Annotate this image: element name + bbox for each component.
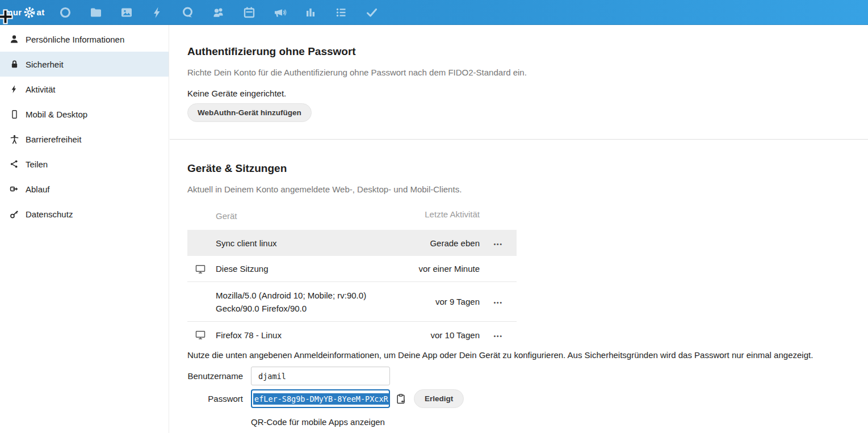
analytics-icon[interactable]	[295, 0, 326, 25]
row-more-menu-icon[interactable]: •••	[493, 241, 502, 247]
talk-icon[interactable]	[173, 0, 203, 25]
gear-logo-icon	[23, 6, 36, 19]
sidebar-item-label: Ablauf	[26, 184, 50, 194]
sidebar-item-label: Barrierefreiheit	[26, 134, 81, 144]
user-icon	[9, 33, 20, 45]
password-label: Passwort	[187, 394, 243, 403]
section-description: Richte Dein Konto für die Authentifizier…	[187, 68, 850, 77]
flow-icon	[9, 183, 20, 195]
announcements-icon[interactable]	[265, 0, 295, 25]
show-qr-code-link[interactable]: QR-Code für mobile Apps anzeigen	[251, 417, 385, 427]
files-icon[interactable]	[81, 0, 111, 25]
sidebar-item-flow[interactable]: Ablauf	[0, 176, 169, 201]
done-button[interactable]: Erledigt	[414, 389, 464, 408]
last-activity: vor einer Minute	[403, 264, 480, 274]
share-icon	[9, 158, 20, 170]
top-navigation-bar: mur at	[0, 0, 868, 25]
app-navigation	[50, 0, 387, 25]
desktop-icon	[187, 329, 216, 340]
row-more-menu-icon[interactable]: •••	[493, 333, 502, 339]
passwordless-auth-section: Authentifizierung ohne Passwort Richte D…	[170, 25, 868, 139]
sessions-table: Gerät Letzte Aktivität Sync client linux…	[187, 209, 517, 348]
column-header-device: Gerät	[216, 209, 403, 222]
sidebar-item-security[interactable]: Sicherheit	[0, 52, 169, 77]
desktop-icon	[187, 263, 216, 275]
sidebar-item-activity[interactable]: Aktivität	[0, 77, 169, 102]
bolt-icon	[9, 83, 20, 95]
no-devices-text: Keine Geräte eingerichtet.	[187, 89, 850, 98]
sidebar-item-label: Aktivität	[26, 85, 56, 94]
username-label: Benutzername	[187, 371, 243, 381]
sidebar-item-mobile-desktop[interactable]: Mobil & Desktop	[0, 102, 169, 127]
logo-text-right: at	[37, 7, 45, 17]
device-name: Sync client linux	[216, 237, 403, 250]
table-row-firefox-linux: Firefox 78 - Linux vor 10 Tagen •••	[187, 322, 517, 348]
settings-sidebar: Persönliche Informationen Sicherheit Akt…	[0, 25, 169, 433]
table-row-this-session: Diese Sitzung vor einer Minute	[187, 256, 517, 282]
sidebar-item-personal-info[interactable]: Persönliche Informationen	[0, 27, 169, 52]
phone-icon	[9, 108, 20, 120]
device-name: Firefox 78 - Linux	[216, 329, 403, 342]
security-settings-content: Authentifizierung ohne Passwort Richte D…	[170, 25, 868, 433]
accessibility-icon	[9, 133, 20, 145]
app-credentials-form: Benutzername Passwort efLer-S8g9b-DMyYB-…	[187, 367, 850, 427]
table-row-mozilla-android: Mozilla/5.0 (Android 10; Mobile; rv:90.0…	[187, 282, 517, 322]
last-activity: vor 10 Tagen	[403, 330, 480, 340]
contacts-icon[interactable]	[203, 0, 234, 25]
calendar-icon[interactable]	[234, 0, 265, 25]
credentials-note: Nutze die unten angebenen Anmeldeinforma…	[187, 350, 850, 360]
devices-sessions-section: Geräte & Sitzungen Aktuell in Deinem Kon…	[170, 140, 868, 427]
sidebar-item-label: Sicherheit	[26, 60, 64, 69]
checks-icon[interactable]	[357, 0, 387, 25]
section-description: Aktuell in Deinem Konto angemeldete Web-…	[187, 184, 850, 194]
sidebar-item-accessibility[interactable]: Barrierefreiheit	[0, 127, 169, 152]
section-title: Authentifizierung ohne Passwort	[187, 45, 850, 58]
row-more-menu-icon[interactable]: •••	[493, 299, 502, 306]
add-webauthn-device-button[interactable]: WebAuthn-Gerät hinzufügen	[187, 103, 312, 122]
table-row-sync-client: Sync client linux Gerade eben •••	[187, 230, 517, 256]
tasks-list-icon[interactable]	[326, 0, 357, 25]
sidebar-item-label: Persönliche Informationen	[26, 35, 124, 44]
lock-icon	[9, 58, 20, 70]
activity-icon[interactable]	[142, 0, 173, 25]
sidebar-item-sharing[interactable]: Teilen	[0, 152, 169, 176]
key-icon	[9, 208, 20, 220]
photos-icon[interactable]	[111, 0, 142, 25]
password-selected-text: efLer-S8g9b-DMyYB-8YeeM-PXcxR	[253, 393, 389, 405]
sidebar-item-label: Teilen	[26, 159, 48, 169]
sidebar-item-label: Datenschutz	[26, 209, 73, 219]
last-activity: vor 9 Tagen	[403, 297, 480, 306]
device-name: Mozilla/5.0 (Android 10; Mobile; rv:90.0…	[216, 289, 403, 315]
password-field[interactable]: efLer-S8g9b-DMyYB-8YeeM-PXcxR	[251, 389, 390, 408]
logo-text-left: mur	[5, 7, 22, 17]
section-title: Geräte & Sitzungen	[187, 162, 850, 175]
device-name: Diese Sitzung	[216, 262, 403, 275]
sessions-table-header: Gerät Letzte Aktivität	[187, 209, 517, 230]
sidebar-item-privacy[interactable]: Datenschutz	[0, 201, 169, 226]
column-header-last-activity: Letzte Aktivität	[403, 209, 480, 219]
dashboard-icon[interactable]	[50, 0, 81, 25]
clipboard-copy-icon[interactable]	[395, 393, 406, 405]
sidebar-item-label: Mobil & Desktop	[26, 110, 87, 119]
username-field[interactable]	[251, 367, 390, 385]
last-activity: Gerade eben	[403, 238, 480, 248]
app-logo[interactable]: mur at	[0, 6, 50, 19]
